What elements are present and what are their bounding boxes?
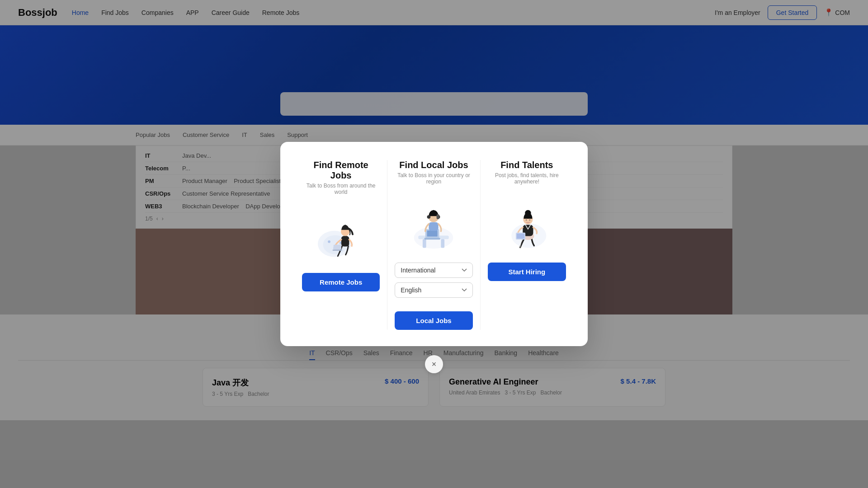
modal-overlay[interactable]: Find Remote Jobs Talk to Boss from aroun… [0, 0, 868, 25]
